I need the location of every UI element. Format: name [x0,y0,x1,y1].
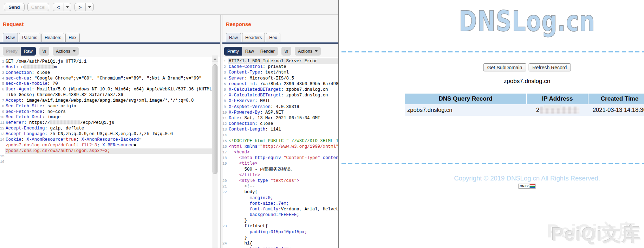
code-line: 9X-AspNet-Version: 4.0.30319 [222,104,339,110]
code-line: } [222,235,339,241]
request-panel-title: Request [3,21,24,27]
dns-query-table: DNS Query Record IP Address Created Time… [405,94,644,116]
refresh-record-button[interactable]: Refresh Record [528,63,571,71]
dashed-divider-bottom [341,163,644,164]
column-header-created-time: Created Time [588,94,644,104]
peiqi-watermark: PeiQi文库 [551,222,641,247]
code-line: 18 <meta http-equiv="Content-Type" conte… [222,155,339,161]
request-view-group: Pretty Raw [3,47,36,56]
response-panel: Response Raw Headers Hex Pretty Raw Rend… [222,15,339,248]
code-line: 22 body{ [222,189,339,195]
cnzz-stats-badge[interactable]: CNZZ [519,184,536,189]
code-line: 11Referer: https:///ecp/PeiQi.js [0,120,220,126]
repeater-toolbar: Send Cancel < > [0,0,339,15]
code-line: 8Sec-Fetch-Site: same-origin [0,104,220,109]
request-view-nl[interactable]: \n [39,47,49,56]
request-editor[interactable]: 1GET /owa/auth/PeiQi.js HTTP/1.12Host: c… [0,57,220,248]
code-line: 13Accept-Language: zh-CN,zh;q=0.9,en-US;… [0,132,220,137]
code-line: 14Cookie: X-AnonResource=true; X-AnonRes… [0,137,220,143]
response-view-render[interactable]: Render [257,47,278,56]
send-button[interactable]: Send [4,3,25,11]
request-view-pretty[interactable]: Pretty [3,47,21,56]
table-row: zpobs7.dnslog.cn 2 2021-03-13 14:18:30 [405,104,644,116]
code-line: 12Connection: close [222,121,339,127]
code-line: 10Sec-Fetch-Dest: image [0,115,220,120]
copyright-text: Copyright © 2019 DNSLog.cn All Rights Re… [454,174,600,182]
request-tabline [0,42,220,44]
history-back-button[interactable]: < [53,3,71,11]
mosaic-spill [544,105,561,108]
request-actions-button[interactable]: Actions [53,47,79,56]
code-line: margin:0; [222,195,339,201]
response-tab-hex[interactable]: Hex [266,33,280,42]
code-line: font-family:Verdana, Arial, Helvetica, [222,206,339,212]
back-arrow-icon[interactable]: < [53,3,64,11]
code-line: 20 <style type="text/css"> [222,178,339,184]
code-line: 21 <!-- [222,184,339,189]
code-line: 8X-FEServer: MAIL [222,98,339,104]
response-view-toolbar: Pretty Raw Render \n Actions [224,47,321,56]
request-tabs: Raw Params Headers Hex [3,33,80,42]
response-view-raw[interactable]: Raw [242,47,257,56]
table-header-row: DNS Query Record IP Address Created Time [405,94,644,104]
dnslog-logo: DNSLog.cn [459,5,595,38]
code-line: 17 <head> [222,150,339,155]
code-line: font-size:2.4em; [222,246,339,248]
response-tabline [222,42,339,44]
response-actions-button[interactable]: Actions [295,47,321,56]
burp-suite-window: Send Cancel < > Request Raw Params Heade… [0,0,339,248]
code-line: 9Sec-Fetch-Mode: no-cors [0,109,220,115]
scrollbar-up-icon[interactable] [212,56,218,62]
history-forward-button[interactable]: > [74,3,94,11]
code-line: 12Accept-Encoding: gzip, deflate [0,126,220,132]
code-line: 3Connection: close [0,70,220,76]
blur-redaction [50,120,80,124]
code-line: 13Content-Length: 1141 [222,127,339,132]
response-tabs: Raw Headers Hex [226,33,280,42]
cnzz-label: CNZZ [519,185,530,188]
code-line: zpobs7.dnslog.cn/ecp/default.flt?~3; X-B… [0,143,220,148]
request-scrollbar-thumb[interactable] [213,64,217,174]
code-line: 16<html xmlns="http://www.w3.org/1999/xh… [222,144,339,150]
cnzz-flag-icon [530,184,535,188]
get-subdomain-button[interactable]: Get SubDomain [483,63,526,71]
dnslog-buttons: Get SubDomain Refresh Record [483,63,571,71]
back-dropdown[interactable] [64,6,71,8]
forward-arrow-icon[interactable]: > [75,3,86,11]
cell-dns-query-record: zpobs7.dnslog.cn [405,107,527,113]
code-line: 3Content-Type: text/html [222,70,339,75]
code-line: 2Cache-Control: private [222,64,339,70]
code-line: 10X-Powered-By: ASP.NET [222,110,339,115]
code-line: like Gecko) Chrome/89.0.4389.82 Safari/5… [0,93,220,98]
forward-dropdown[interactable] [86,6,93,8]
request-view-raw[interactable]: Raw [21,47,36,56]
request-scrollbar[interactable] [212,56,218,248]
request-tab-hex[interactable]: Hex [65,33,79,42]
code-line: 16 [0,159,220,165]
request-tab-params[interactable]: Params [19,33,40,42]
code-line: 19 <title> [222,161,339,166]
code-line: 15<!DOCTYPE html PUBLIC "-//W3C//DTD XHT… [222,138,339,144]
request-panel: Request Raw Params Headers Hex Pretty Ra… [0,15,220,248]
response-tab-headers[interactable]: Headers [242,33,265,42]
chevron-down-icon [73,50,76,52]
dnslog-browser-page: DNSLog.cn Get SubDomain Refresh Record z… [339,0,644,248]
chevron-down-icon [315,50,318,52]
code-line: 14 [222,132,339,138]
request-tab-raw[interactable]: Raw [3,33,18,42]
response-editor[interactable]: 1HTTP/1.1 500 Internal Server Error2Cach… [222,57,339,248]
response-view-nl[interactable]: \n [281,47,291,56]
code-line: 5request-id: 7ca78b4a-2396-43b0-89b5-6a7… [222,81,339,87]
code-line: 1GET /owa/auth/PeiQi.js HTTP/1.1 [0,59,220,65]
response-panel-title: Response [226,21,251,27]
dropdown-triangle-icon [66,6,69,8]
response-tab-raw[interactable]: Raw [226,33,241,42]
cancel-button[interactable]: Cancel [27,3,49,11]
code-line: 5sec-ch-ua-mobile: ?0 [0,81,220,87]
cell-created-time: 2021-03-13 14:18:30 [588,107,644,113]
code-line: 7Accept: image/avif,image/webp,image/apn… [0,98,220,104]
code-line: 4Server: Microsoft-IIS/8.5 [222,76,339,81]
response-view-pretty[interactable]: Pretty [224,47,242,56]
request-tab-headers[interactable]: Headers [41,33,64,42]
code-line: 2Host: cm [0,65,220,70]
